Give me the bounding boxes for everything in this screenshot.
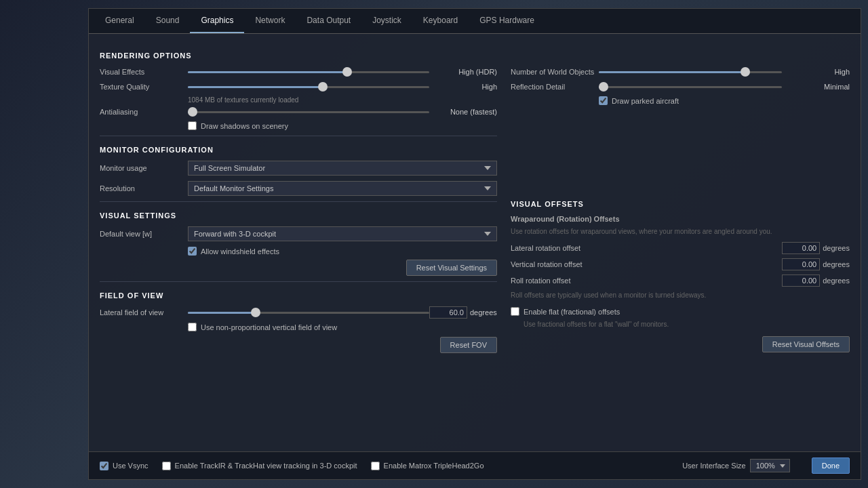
flat-offsets-desc: Use fractional offsets for a flat "wall"… — [524, 320, 850, 329]
resolution-row: Resolution Default Monitor Settings — [100, 181, 497, 196]
fov-lateral-input[interactable] — [429, 306, 467, 319]
matrox-row: Enable Matrox TripleHead2Go — [371, 462, 484, 470]
non-proportional-label: Use non-proportional vertical field of v… — [201, 323, 337, 331]
reset-fov-button[interactable]: Reset FOV — [440, 337, 497, 353]
divider1 — [100, 136, 497, 136]
resolution-label: Resolution — [100, 184, 188, 192]
flat-offsets-row: Enable flat (fractional) offsets — [511, 307, 850, 316]
ui-size-select[interactable]: 100% 75% 125% 150% — [750, 459, 790, 472]
roll-rotation-input[interactable] — [782, 274, 820, 287]
texture-hint: 1084 MB of textures currently loaded — [188, 96, 497, 104]
windshield-checkbox[interactable] — [188, 247, 197, 256]
roll-desc: Roll offsets are typically used when a m… — [511, 291, 850, 300]
texture-quality-value: High — [429, 83, 497, 91]
reflection-detail-value: Minimal — [782, 83, 850, 91]
monitor-usage-select[interactable]: Full Screen Simulator Windowed Simulator — [188, 161, 497, 176]
reflection-detail-slider[interactable] — [599, 81, 782, 92]
fov-header: FIELD OF VIEW — [100, 291, 497, 300]
tab-graphics[interactable]: Graphics — [190, 9, 244, 33]
visual-effects-row: Visual Effects High (HDR) — [100, 66, 497, 77]
vertical-rotation-row: Vertical rotation offset degrees — [511, 258, 850, 270]
vsync-checkbox[interactable] — [100, 462, 108, 470]
lateral-rotation-input[interactable] — [782, 242, 820, 254]
visual-effects-label: Visual Effects — [100, 68, 188, 76]
divider3 — [100, 281, 497, 282]
reflection-detail-label: Reflection Detail — [511, 83, 599, 91]
tab-network[interactable]: Network — [244, 9, 296, 33]
draw-parked-checkbox[interactable] — [599, 96, 608, 105]
texture-quality-slider[interactable] — [188, 81, 429, 92]
fov-lateral-value: degrees — [429, 306, 497, 319]
trackir-label: Enable TrackIR & TrackHat view tracking … — [175, 462, 357, 470]
texture-quality-row: Texture Quality High — [100, 81, 497, 92]
draw-parked-label: Draw parked aircraft — [612, 97, 679, 105]
done-button[interactable]: Done — [812, 458, 850, 474]
vsync-label: Use Vsync — [113, 462, 149, 470]
trackir-checkbox[interactable] — [162, 462, 171, 470]
lateral-rotation-label: Lateral rotation offset — [511, 244, 782, 252]
vertical-rotation-input[interactable] — [782, 258, 820, 270]
monitor-header: MONITOR CONFIGURATION — [100, 146, 497, 154]
divider2 — [100, 201, 497, 202]
roll-rotation-label: Roll rotation offset — [511, 277, 782, 285]
antialiasing-slider[interactable] — [188, 106, 429, 117]
lateral-rotation-unit: degrees — [823, 244, 850, 252]
main-columns: RENDERING OPTIONS Visual Effects High (H… — [100, 42, 850, 353]
trackir-row: Enable TrackIR & TrackHat view tracking … — [162, 462, 357, 470]
flat-offsets-checkbox[interactable] — [511, 307, 519, 316]
spacer — [511, 109, 850, 190]
antialiasing-row: Antialiasing None (fastest) — [100, 106, 497, 117]
draw-shadows-checkbox[interactable] — [188, 121, 197, 130]
tab-general[interactable]: General — [94, 9, 145, 33]
content-area: RENDERING OPTIONS Visual Effects High (H… — [89, 34, 861, 451]
draw-shadows-row: Draw shadows on scenery — [188, 121, 497, 130]
tab-gps-hardware[interactable]: GPS Hardware — [469, 9, 545, 33]
ui-size-label: User Interface Size — [682, 462, 746, 470]
default-view-label: Default view [w] — [100, 230, 188, 238]
antialiasing-label: Antialiasing — [100, 108, 188, 116]
visual-offsets-header: VISUAL OFFSETS — [511, 200, 850, 208]
reset-visual-settings-button[interactable]: Reset Visual Settings — [406, 260, 497, 276]
monitor-usage-label: Monitor usage — [100, 164, 188, 172]
antialiasing-value: None (fastest) — [429, 108, 497, 116]
tab-data-output[interactable]: Data Output — [296, 9, 361, 33]
non-proportional-checkbox[interactable] — [188, 323, 197, 331]
fov-lateral-slider[interactable] — [188, 307, 429, 318]
fov-lateral-unit: degrees — [470, 308, 497, 317]
tab-sound[interactable]: Sound — [145, 9, 191, 33]
fov-lateral-row: Lateral field of view degrees — [100, 306, 497, 319]
windshield-label: Allow windshield effects — [201, 247, 279, 256]
non-proportional-row: Use non-proportional vertical field of v… — [188, 323, 497, 331]
world-objects-row: Number of World Objects High — [511, 66, 850, 77]
world-objects-value: High — [782, 68, 850, 76]
left-column: RENDERING OPTIONS Visual Effects High (H… — [100, 42, 497, 353]
bottom-bar: Use Vsync Enable TrackIR & TrackHat view… — [89, 451, 861, 479]
vertical-rotation-label: Vertical rotation offset — [511, 260, 782, 268]
settings-dialog: General Sound Graphics Network Data Outp… — [88, 8, 861, 480]
tab-bar: General Sound Graphics Network Data Outp… — [89, 9, 861, 34]
vsync-row: Use Vsync — [100, 462, 149, 470]
vertical-rotation-unit: degrees — [823, 260, 850, 268]
texture-quality-label: Texture Quality — [100, 83, 188, 91]
lateral-rotation-row: Lateral rotation offset degrees — [511, 242, 850, 254]
draw-shadows-label: Draw shadows on scenery — [201, 122, 288, 130]
world-objects-slider[interactable] — [599, 66, 782, 77]
resolution-select[interactable]: Default Monitor Settings — [188, 181, 497, 196]
default-view-select[interactable]: Forward with 3-D cockpit Cockpit Exterio… — [188, 226, 497, 241]
world-objects-label: Number of World Objects — [511, 68, 599, 76]
wraparound-title: Wraparound (Rotation) Offsets — [511, 215, 850, 223]
visual-effects-slider[interactable] — [188, 66, 429, 77]
visual-effects-value: High (HDR) — [429, 68, 497, 76]
ui-size-area: User Interface Size 100% 75% 125% 150% — [682, 459, 790, 472]
default-view-row: Default view [w] Forward with 3-D cockpi… — [100, 226, 497, 241]
monitor-usage-row: Monitor usage Full Screen Simulator Wind… — [100, 161, 497, 176]
reflection-detail-row: Reflection Detail Minimal — [511, 81, 850, 92]
reset-visual-offsets-button[interactable]: Reset Visual Offsets — [762, 336, 850, 352]
tab-joystick[interactable]: Joystick — [361, 9, 412, 33]
right-column: RENDERING OPTIONS Number of World Object… — [511, 42, 850, 353]
visual-settings-header: VISUAL SETTINGS — [100, 211, 497, 220]
matrox-label: Enable Matrox TripleHead2Go — [384, 462, 484, 470]
roll-rotation-unit: degrees — [823, 277, 850, 285]
tab-keyboard[interactable]: Keyboard — [412, 9, 469, 33]
matrox-checkbox[interactable] — [371, 462, 380, 470]
